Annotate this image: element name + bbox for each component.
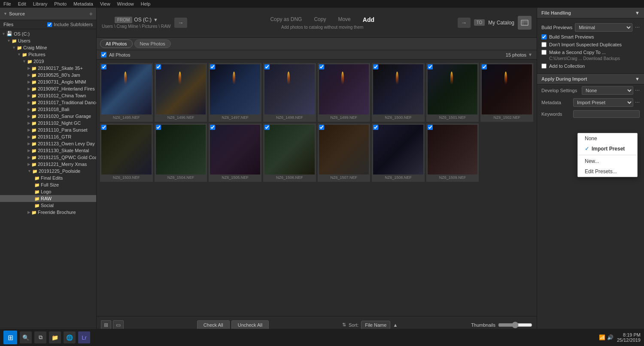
- photo-checkbox[interactable]: [319, 64, 324, 69]
- tree-item-bali[interactable]: ▶ 📁 20191018_Bali: [0, 106, 96, 113]
- tree-item-os-c[interactable]: ▼ 💾 OS (C:): [0, 30, 96, 37]
- photo-checkbox[interactable]: [101, 125, 106, 130]
- photo-cell[interactable]: NZ6_1502.NEF: [480, 63, 533, 122]
- photo-checkbox[interactable]: [482, 64, 487, 69]
- photo-cell[interactable]: NZ6_1509.NEF: [426, 123, 479, 182]
- include-subfolders-checkbox[interactable]: [47, 22, 52, 27]
- dropdown-item-import-preset[interactable]: ✓ Import Preset: [578, 144, 637, 154]
- taskbar-icon-explorer[interactable]: 📁: [49, 331, 61, 343]
- photo-checkbox[interactable]: [319, 125, 324, 130]
- tree-item-craig-milne[interactable]: ▼ 📁 Craig Milne: [0, 44, 96, 51]
- photo-cell[interactable]: NZ6_1497.NEF: [209, 63, 261, 122]
- file-handling-header[interactable]: File Handling ▼: [537, 8, 644, 18]
- photo-cell[interactable]: NZ6_1498.NEF: [263, 63, 316, 122]
- tree-item-raw[interactable]: 📁 RAW: [0, 195, 96, 202]
- metadata-select[interactable]: Import Preset None: [573, 98, 633, 107]
- menu-help[interactable]: Help: [141, 1, 151, 6]
- tree-item-2019[interactable]: ▼ 📁 2019: [0, 58, 96, 65]
- tree-item-qpwc[interactable]: ▶ 📁 20191215_QPWC Gold Coast: [0, 154, 96, 161]
- photo-checkbox[interactable]: [210, 125, 215, 130]
- tree-item-skatemental[interactable]: ▶ 📁 20191130_Skate Mental: [0, 147, 96, 154]
- menu-window[interactable]: Window: [117, 1, 134, 6]
- tree-item-logo[interactable]: 📁 Logo: [0, 188, 96, 195]
- tree-item-traditionaldance[interactable]: ▶ 📁 20191017_Traditional Dance: [0, 99, 96, 106]
- menu-library[interactable]: Library: [33, 1, 48, 6]
- mode-copy-dng[interactable]: Copy as DNG: [268, 15, 304, 24]
- taskbar-icon-lightroom[interactable]: Lr: [78, 331, 90, 343]
- tree-item-nightgc[interactable]: ▶ 📁 20191102_Night GC: [0, 120, 96, 126]
- make-second-copy-checkbox[interactable]: [541, 50, 547, 55]
- tree-item-gtr[interactable]: ▶ 📁 20191116_GTR: [0, 133, 96, 140]
- include-subfolders-label[interactable]: Include Subfolders: [47, 22, 93, 27]
- tree-item-fullsize[interactable]: 📁 Full Size: [0, 181, 96, 188]
- photo-checkbox[interactable]: [428, 64, 433, 69]
- menu-view[interactable]: View: [100, 1, 110, 6]
- dropdown-item-new[interactable]: New...: [578, 156, 637, 166]
- sort-value-button[interactable]: File Name: [361, 321, 390, 329]
- photo-cell[interactable]: NZ6_1500.NEF: [372, 63, 425, 122]
- photo-checkbox[interactable]: [156, 64, 161, 69]
- all-photos-checkbox[interactable]: [101, 52, 106, 57]
- mode-add[interactable]: Add: [361, 15, 376, 24]
- tree-item-poolside[interactable]: ▼ 📁 20191225_Poolside: [0, 168, 96, 175]
- dont-import-duplicates-checkbox[interactable]: [541, 42, 547, 47]
- menu-file[interactable]: File: [3, 1, 11, 6]
- tree-item-social[interactable]: 📁 Social: [0, 202, 96, 209]
- tree-item-skate35[interactable]: ▶ 📁 20190217_Skate 35+: [0, 65, 96, 72]
- grid-view-button[interactable]: ⊞: [101, 320, 111, 330]
- uncheck-all-button[interactable]: Uncheck All: [231, 320, 269, 330]
- tree-item-pictures[interactable]: ▼ 📁 Pictures: [0, 51, 96, 58]
- apply-during-header[interactable]: Apply During Import ▼: [537, 74, 644, 84]
- tree-item-users[interactable]: ▼ 📁 Users: [0, 37, 96, 44]
- taskbar-icon-browser[interactable]: 🌐: [64, 331, 76, 343]
- build-previews-select[interactable]: Minimal Standard 1:1: [575, 23, 632, 32]
- check-all-button[interactable]: Check All: [197, 320, 230, 330]
- menu-metadata[interactable]: Metadata: [73, 1, 93, 6]
- photo-cell[interactable]: NZ6_1503.NEF: [100, 123, 153, 182]
- tree-item-finaledits[interactable]: 📁 Final Edits: [0, 175, 96, 181]
- photo-checkbox[interactable]: [264, 64, 270, 69]
- menu-photo[interactable]: Photo: [54, 1, 67, 6]
- photo-checkbox[interactable]: [101, 64, 106, 69]
- taskbar-icon-task-view[interactable]: ⧉: [34, 331, 46, 343]
- develop-settings-select[interactable]: None: [582, 86, 633, 95]
- tree-item-chinatown[interactable]: ▶ 📁 20191012_China Town: [0, 92, 96, 99]
- tree-item-anglomnm[interactable]: ▶ 📁 20190731_Anglo MNM: [0, 78, 96, 85]
- menu-edit[interactable]: Edit: [18, 1, 26, 6]
- dropdown-item-edit-presets[interactable]: Edit Presets...: [578, 166, 637, 177]
- photo-cell[interactable]: NZ6_1506.NEF: [263, 123, 316, 182]
- tree-item-freeride[interactable]: ▶ 📁 Freeride Brochure: [0, 209, 96, 216]
- photo-cell[interactable]: NZ6_1499.NEF: [318, 63, 371, 122]
- photo-checkbox[interactable]: [428, 125, 433, 130]
- mode-move[interactable]: Move: [336, 15, 352, 24]
- photo-checkbox[interactable]: [373, 64, 378, 69]
- add-source-button[interactable]: +: [89, 10, 93, 17]
- taskbar-icon-search[interactable]: 🔍: [20, 331, 32, 343]
- loupe-view-button[interactable]: ▭: [113, 320, 124, 330]
- photo-checkbox[interactable]: [373, 125, 378, 130]
- photo-cell[interactable]: NZ6_1504.NEF: [155, 123, 207, 182]
- tree-item-merryxmas[interactable]: ▶ 📁 20191221_Merry Xmas: [0, 161, 96, 168]
- tree-item-owenlevy[interactable]: ▶ 📁 20191123_Owen Levy Day: [0, 140, 96, 147]
- source-arrow-button[interactable]: →: [174, 18, 187, 28]
- source-panel-header[interactable]: ▼ Source +: [0, 8, 96, 20]
- tree-item-sanurgarage[interactable]: ▶ 📁 20191020_Sanur Garage: [0, 113, 96, 120]
- tree-item-hinterlandfires[interactable]: ▶ 📁 20190907_Hinterland Fires: [0, 85, 96, 92]
- tab-new-photos[interactable]: New Photos: [134, 39, 171, 48]
- photo-cell[interactable]: NZ6_1508.NEF: [372, 123, 425, 182]
- photo-cell[interactable]: NZ6_1495.NEF: [100, 63, 153, 122]
- photo-checkbox[interactable]: [210, 64, 215, 69]
- build-smart-previews-checkbox[interactable]: [541, 34, 547, 39]
- thumbnail-size-slider[interactable]: [498, 322, 532, 328]
- photo-cell[interactable]: NZ6_1501.NEF: [426, 63, 479, 122]
- tree-item-parasunset[interactable]: ▶ 📁 20191110_Para Sunset: [0, 126, 96, 133]
- to-arrow-button[interactable]: →: [458, 18, 471, 28]
- start-button[interactable]: ⊞: [3, 331, 17, 344]
- tree-item-80sjam[interactable]: ▶ 📁 20190525_80's Jam: [0, 72, 96, 78]
- tab-all-photos[interactable]: All Photos: [100, 39, 133, 48]
- keywords-input[interactable]: [573, 110, 640, 118]
- photo-checkbox[interactable]: [264, 125, 270, 130]
- photo-checkbox[interactable]: [156, 125, 161, 130]
- photo-cell[interactable]: NZ6_1505.NEF: [209, 123, 261, 182]
- photo-cell[interactable]: NZ6_1496.NEF: [155, 63, 207, 122]
